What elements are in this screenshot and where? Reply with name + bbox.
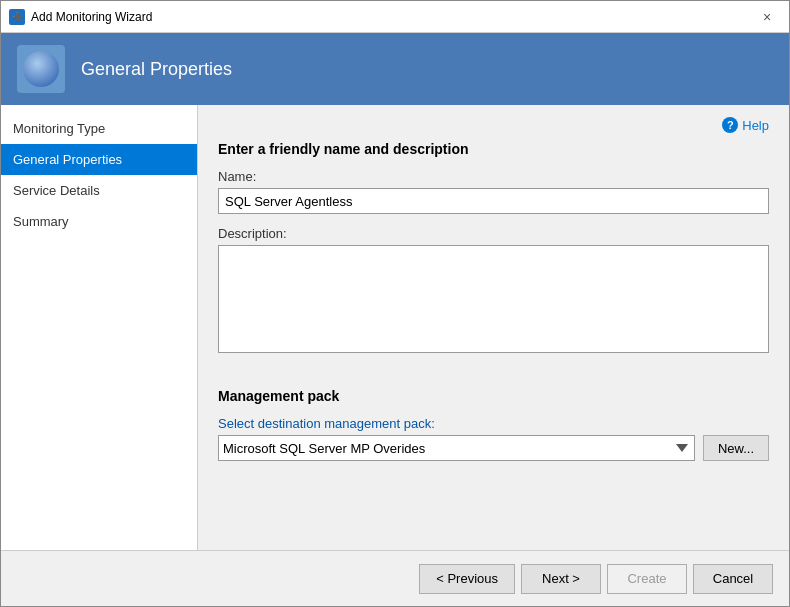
description-label: Description: [218,226,769,241]
content-area: Monitoring TypeGeneral PropertiesService… [1,105,789,550]
main-panel: ? Help Enter a friendly name and descrip… [198,105,789,550]
help-link[interactable]: ? Help [722,117,769,133]
management-pack-section: Management pack Select destination manag… [218,388,769,461]
wizard-window: Add Monitoring Wizard × General Properti… [0,0,790,607]
wizard-header-title: General Properties [81,59,232,80]
footer: < Previous Next > Create Cancel [1,550,789,606]
create-button[interactable]: Create [607,564,687,594]
next-button[interactable]: Next > [521,564,601,594]
sidebar-item-general-properties[interactable]: General Properties [1,144,197,175]
help-icon: ? [722,117,738,133]
sidebar-item-summary[interactable]: Summary [1,206,197,237]
description-input[interactable] [218,245,769,353]
mgmt-pack-dropdown-row: Microsoft SQL Server MP Overides New... [218,435,769,461]
title-bar-left: Add Monitoring Wizard [9,9,152,25]
wizard-header-icon [17,45,65,93]
close-button[interactable]: × [753,7,781,27]
name-field-group: Name: [218,169,769,214]
help-label: Help [742,118,769,133]
mgmt-pack-select-label: Select destination management pack: [218,416,769,431]
app-icon [9,9,25,25]
name-input[interactable] [218,188,769,214]
mgmt-pack-title: Management pack [218,388,769,404]
form-section-title: Enter a friendly name and description [218,141,769,157]
new-mgmt-pack-button[interactable]: New... [703,435,769,461]
sidebar-item-service-details[interactable]: Service Details [1,175,197,206]
sidebar-item-monitoring-type[interactable]: Monitoring Type [1,113,197,144]
sidebar: Monitoring TypeGeneral PropertiesService… [1,105,198,550]
cancel-button[interactable]: Cancel [693,564,773,594]
help-row: ? Help [218,117,769,133]
wizard-icon-inner [23,51,59,87]
window-title: Add Monitoring Wizard [31,10,152,24]
description-field-group: Description: [218,226,769,356]
previous-button[interactable]: < Previous [419,564,515,594]
mgmt-pack-dropdown[interactable]: Microsoft SQL Server MP Overides [218,435,695,461]
wizard-header: General Properties [1,33,789,105]
name-label: Name: [218,169,769,184]
title-bar: Add Monitoring Wizard × [1,1,789,33]
